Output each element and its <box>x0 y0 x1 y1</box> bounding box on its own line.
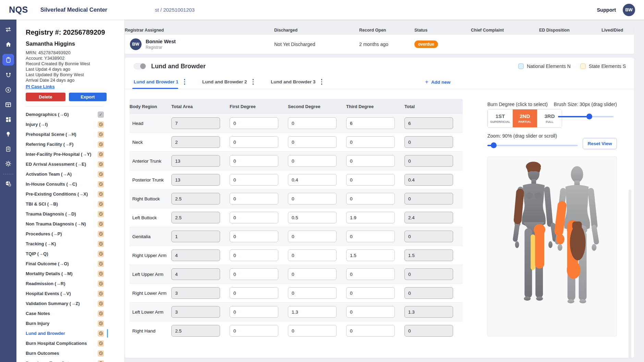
sidebar-section-item[interactable]: Procedures (→P) <box>26 229 104 239</box>
third-degree-input[interactable] <box>346 155 395 167</box>
third-degree-input[interactable] <box>346 306 395 318</box>
third-degree-input[interactable] <box>346 117 395 129</box>
zoom-slider-thumb[interactable] <box>491 142 497 148</box>
globe-icon[interactable] <box>2 178 14 189</box>
third-degree-input[interactable] <box>346 268 395 280</box>
degree-option[interactable]: 1ST SUPERFICIAL <box>488 109 512 127</box>
sidebar-section-item[interactable]: Validation Summary (→Z) <box>26 299 104 308</box>
lund-browder-tab[interactable]: Lund and Browder 3 <box>271 75 323 89</box>
sidebar-section-item[interactable]: Activation Team (→A) <box>26 169 104 179</box>
section-toggle[interactable] <box>134 63 146 69</box>
first-degree-input[interactable] <box>230 174 278 186</box>
sidebar-section-item[interactable]: Final Outcome (→O) <box>26 259 104 269</box>
second-degree-input[interactable] <box>288 287 337 299</box>
sidebar-section-item[interactable]: Tracking (→K) <box>26 239 104 249</box>
third-degree-input[interactable] <box>346 136 395 148</box>
first-degree-input[interactable] <box>230 193 278 205</box>
second-degree-input[interactable] <box>288 193 337 205</box>
sidebar-section-item[interactable]: TQIP (→Q) <box>26 249 104 259</box>
card-scrollbar-thumb[interactable] <box>629 189 631 358</box>
state-elements-checkbox[interactable] <box>580 63 586 69</box>
brush-slider-thumb[interactable] <box>586 114 592 119</box>
second-degree-input[interactable] <box>288 268 337 280</box>
third-degree-input[interactable] <box>346 193 395 205</box>
second-degree-input[interactable] <box>288 306 337 318</box>
second-degree-input[interactable] <box>288 231 337 242</box>
second-degree-input[interactable] <box>288 249 337 261</box>
second-degree-input[interactable] <box>288 117 337 129</box>
record-strip-row[interactable]: BW Bonnie West Registrar Not Yet Dischar… <box>125 35 634 54</box>
sidebar-section-item[interactable]: TBI & SCI (→B) <box>26 199 104 209</box>
sidebar-section-item[interactable]: Demographics (→G) ✓ <box>26 109 104 119</box>
first-degree-input[interactable] <box>230 155 278 167</box>
sidebar-section-item[interactable]: ED Arrival Assessment (→E) <box>26 159 104 169</box>
clipboard-icon[interactable] <box>2 54 14 66</box>
sidebar-section-item[interactable]: In-House Consults (→C) <box>26 179 104 189</box>
transfer-icon[interactable] <box>2 24 14 35</box>
breadcrumb[interactable]: st / 20251001203 <box>155 7 195 13</box>
sidebar-section-item[interactable]: Burn Long Term Outcomes <box>26 358 104 362</box>
degree-option[interactable]: 3RD FULL <box>537 109 562 127</box>
card-icon[interactable] <box>2 100 14 110</box>
tab-menu-icon[interactable] <box>252 78 255 85</box>
route-icon[interactable] <box>2 70 14 80</box>
sidebar-section-item[interactable]: Pre-Existing Conditions (→X) <box>26 189 104 199</box>
third-degree-input[interactable] <box>346 174 395 186</box>
second-degree-input[interactable] <box>288 325 337 337</box>
pi-case-links[interactable]: PI Case Links <box>26 84 55 89</box>
national-elements-checkbox[interactable] <box>518 63 524 69</box>
first-degree-input[interactable] <box>230 287 278 299</box>
sidebar-section-item[interactable]: Mortality Details (→M) <box>26 269 104 279</box>
first-degree-input[interactable] <box>230 231 278 242</box>
export-button[interactable]: Export <box>69 93 107 101</box>
first-degree-input[interactable] <box>230 325 278 337</box>
sidebar-section-item[interactable]: Burn Injury <box>26 318 104 328</box>
add-new-tab-button[interactable]: + Add new <box>425 75 450 89</box>
sidebar-section-item[interactable]: Injury (→I) <box>26 119 104 129</box>
sidebar-section-item[interactable]: Case Notes <box>26 308 104 318</box>
user-avatar[interactable]: BW <box>623 4 635 16</box>
home-icon[interactable] <box>2 39 14 49</box>
sidebar-section-item[interactable]: Burn Outcomes <box>26 348 104 358</box>
second-degree-input[interactable] <box>288 155 337 167</box>
second-degree-input[interactable] <box>288 136 337 148</box>
sidebar-section-item[interactable]: Readmission (→R) <box>26 279 104 289</box>
body-diagram-canvas[interactable] <box>487 156 617 336</box>
tasks-icon[interactable] <box>2 144 14 154</box>
brush-size-slider[interactable] <box>558 116 613 117</box>
first-degree-input[interactable] <box>230 306 278 318</box>
lund-browder-tab[interactable]: Lund and Browder 1 <box>134 75 186 89</box>
sidebar-section-item[interactable]: Burn Hospital Complications <box>26 338 104 348</box>
sidebar-section-item[interactable]: Hospital Events (→V) <box>26 289 104 299</box>
lund-browder-tab[interactable]: Lund and Browder 2 <box>202 75 254 89</box>
grid-icon[interactable] <box>2 114 14 125</box>
delete-button[interactable]: Delete <box>26 93 65 101</box>
second-degree-input[interactable] <box>288 174 337 186</box>
dollar-icon[interactable]: $ <box>2 85 14 95</box>
third-degree-input[interactable] <box>346 325 395 337</box>
second-degree-input[interactable] <box>288 212 337 223</box>
gear-icon[interactable] <box>2 159 14 169</box>
sidebar-section-item[interactable]: Inter-Facility Pre-Hospital (→Y) <box>26 149 104 159</box>
sidebar-section-item[interactable]: Trauma Diagnosis (→D) <box>26 209 104 219</box>
first-degree-input[interactable] <box>230 212 278 223</box>
tab-menu-icon[interactable] <box>183 78 186 85</box>
first-degree-input[interactable] <box>230 249 278 261</box>
zoom-slider[interactable] <box>487 145 578 146</box>
sidebar-section-item[interactable]: Referring Facility (→F) <box>26 139 104 149</box>
first-degree-input[interactable] <box>230 268 278 280</box>
sidebar-section-item[interactable]: Prehospital Scene (→H) <box>26 129 104 139</box>
lightbulb-icon[interactable] <box>2 129 14 139</box>
tab-menu-icon[interactable] <box>320 78 323 85</box>
sidebar-section-item[interactable]: Lund and Browder <box>26 328 104 338</box>
third-degree-input[interactable] <box>346 249 395 261</box>
first-degree-input[interactable] <box>230 117 278 129</box>
sidebar-section-item[interactable]: Non Trauma Diagnosis (→N) <box>26 219 104 229</box>
first-degree-input[interactable] <box>230 136 278 148</box>
third-degree-input[interactable] <box>346 231 395 242</box>
third-degree-input[interactable] <box>346 287 395 299</box>
degree-option[interactable]: 2ND PARTIAL <box>512 109 537 127</box>
reset-view-button[interactable]: Reset View <box>583 138 617 149</box>
third-degree-input[interactable] <box>346 212 395 223</box>
support-link[interactable]: Support <box>597 7 616 13</box>
